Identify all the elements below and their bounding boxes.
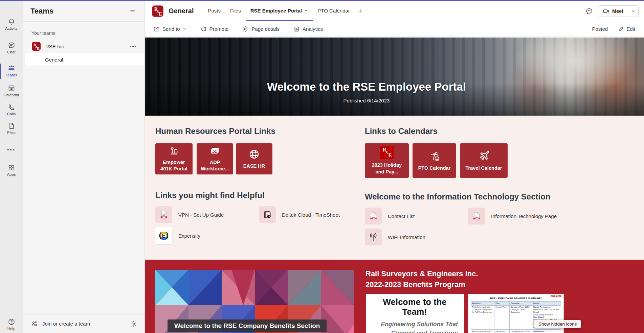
camera-icon <box>603 8 609 15</box>
benefits-heading: Rail Surveyors & Engineers Inc. 2022-202… <box>365 268 478 290</box>
summary-col-plan: Plan <box>494 302 510 306</box>
link-wifi-information[interactable]: WIFI Information <box>365 229 425 245</box>
page-scroll-area[interactable]: Welcome to the RSE Employee Portal Publi… <box>145 38 644 333</box>
channel-title: General <box>169 7 194 15</box>
rse-channel-logo: RSE <box>152 5 164 17</box>
tab-files[interactable]: Files <box>225 1 246 21</box>
channel-row-general[interactable]: General <box>25 53 145 66</box>
hero-banner: Welcome to the RSE Employee Portal Publi… <box>145 38 644 116</box>
welcome-card-tagline: Engineering Solutions That Connect and T… <box>370 320 459 333</box>
link-icon-tile: E <box>155 227 172 244</box>
link-expensify[interactable]: E Expensify <box>155 227 200 244</box>
rail-item-teams[interactable]: Teams <box>0 64 23 77</box>
promote-button[interactable]: Promote <box>200 26 229 32</box>
bar-chart-icon <box>293 26 300 32</box>
globe-icon <box>248 148 260 160</box>
rail-label-help: Help <box>7 327 16 331</box>
expensify-logo: E <box>156 228 171 243</box>
rail-item-files[interactable]: Files <box>0 122 23 135</box>
svg-text:E: E <box>159 11 162 16</box>
teams-icon <box>7 64 16 72</box>
rail-item-help[interactable]: Help <box>0 318 23 331</box>
svg-text:E: E <box>37 46 40 50</box>
published-date: Published 6/14/2023 <box>343 98 390 103</box>
edit-button[interactable]: Edit <box>618 26 635 32</box>
join-team-label[interactable]: Join or create a team <box>42 321 126 327</box>
page-details-button[interactable]: Page details <box>242 26 280 32</box>
benefits-heading-line1: Rail Surveyors & Engineers Inc. <box>365 268 478 279</box>
meet-split-button: Meet <box>598 5 639 17</box>
tile-label: Travel Calendar <box>466 165 502 172</box>
channel-header: RSE General Posts Files RSE Employee Por… <box>145 1 644 21</box>
rse-logo: RSE <box>380 146 394 159</box>
rail-item-more[interactable]: ••• <box>0 147 23 152</box>
rail-item-apps[interactable]: Apps <box>0 164 23 176</box>
meet-button[interactable]: Meet <box>598 6 628 17</box>
add-tab-button[interactable]: + <box>355 1 366 21</box>
meet-options-button[interactable] <box>628 6 638 17</box>
link-label: WIFI Information <box>388 234 425 240</box>
antenna-icon <box>368 232 378 242</box>
gear-icon[interactable] <box>130 320 137 327</box>
team-more-icon[interactable]: ••• <box>130 44 137 49</box>
filter-icon[interactable] <box>129 7 136 15</box>
benefits-mosaic-image: Welcome to the RSE Company Benefits Sect… <box>155 270 354 333</box>
tab-pto-calendar[interactable]: PTO Calendar <box>313 1 355 21</box>
svg-text:E: E <box>388 153 392 159</box>
tile-2023-holiday-pay-calendar[interactable]: RSE 2023 Holiday and Pay... <box>365 143 409 178</box>
tab-rse-employee-portal[interactable]: RSE Employee Portal <box>246 1 313 21</box>
team-name: RSE Inc <box>45 44 64 49</box>
team-row-rse-inc[interactable]: RSE RSE Inc ••• <box>23 40 145 53</box>
apps-grid-icon <box>7 164 16 172</box>
sidebar-title: Teams <box>30 7 53 16</box>
tile-adp-workforce[interactable]: ADP Workforce... <box>197 143 233 174</box>
tile-ease-hr[interactable]: EASE HR <box>236 143 272 174</box>
rail-item-activity[interactable]: Activity <box>0 18 23 30</box>
welcome-team-document-preview[interactable]: Welcome to the Team! Engineering Solutio… <box>366 294 464 333</box>
tab-posts[interactable]: Posts <box>203 1 225 21</box>
join-team-icon <box>31 320 38 328</box>
summary-col-eligibility: Eligibility <box>471 302 494 306</box>
gear-icon <box>242 26 249 32</box>
link-icon-tile <box>365 208 382 224</box>
chevron-down-icon <box>631 9 635 13</box>
helpful-section-heading: Links you might find Helpful <box>155 191 265 200</box>
header-actions: Meet <box>585 5 639 17</box>
tile-label: 2023 Holiday and Pay... <box>368 162 406 175</box>
teams-app-window: Activity Chat Teams Calendar Calls Files… <box>0 0 644 333</box>
channel-tabs: Posts Files RSE Employee Portal PTO Cale… <box>203 1 365 21</box>
rail-label-chat: Chat <box>7 50 15 54</box>
rail-item-chat[interactable]: Chat <box>0 41 23 54</box>
hero-text: Welcome to the RSE Employee Portal Publi… <box>145 38 644 116</box>
link-label: Expensify <box>178 233 200 239</box>
rail-item-calendar[interactable]: Calendar <box>0 84 23 97</box>
meet-label: Meet <box>612 8 623 14</box>
page-toolbar: Send to Promote Page details Analytics P… <box>145 21 644 37</box>
banknote-icon <box>209 145 221 157</box>
link-contact-list[interactable]: Contact List <box>365 208 415 224</box>
link-label: Contact List <box>388 213 415 219</box>
analytics-button[interactable]: Analytics <box>293 26 323 32</box>
hr-section-heading: Human Resources Portal Links <box>155 126 275 136</box>
link-vpn-setup-guide[interactable]: VPN - Set Up Guide <box>155 206 224 223</box>
summary-col-details: Details <box>532 302 561 306</box>
svg-text:E: E <box>162 233 165 239</box>
rail-item-calls[interactable]: Calls <box>0 103 23 116</box>
bell-icon <box>7 18 16 26</box>
channel-chat-button[interactable] <box>585 7 593 15</box>
tile-travel-calendar[interactable]: Travel Calendar <box>460 143 508 178</box>
your-teams-label: Your teams <box>31 30 145 36</box>
sidebar-header: Teams <box>23 1 145 22</box>
channel-main: RSE General Posts Files RSE Employee Por… <box>145 1 644 333</box>
link-deltek-cloud-timesheet[interactable]: Deltek Cloud - TimeSheet <box>259 206 340 223</box>
send-to-button[interactable]: Send to <box>153 26 186 32</box>
document-icon <box>159 210 169 220</box>
file-icon <box>7 122 16 130</box>
more-icon: ••• <box>7 147 16 152</box>
link-information-technology-page[interactable]: Information Technology Page <box>468 208 557 224</box>
posted-status: Posted <box>592 26 608 32</box>
calendars-section-heading: Links to Calendars <box>365 126 438 136</box>
benefits-image-caption: Welcome to the RSE Company Benefits Sect… <box>168 319 327 332</box>
tile-pto-calendar[interactable]: PTO Calendar <box>413 143 456 178</box>
tile-empower-401k[interactable]: Empower 401K Portal <box>155 143 193 174</box>
